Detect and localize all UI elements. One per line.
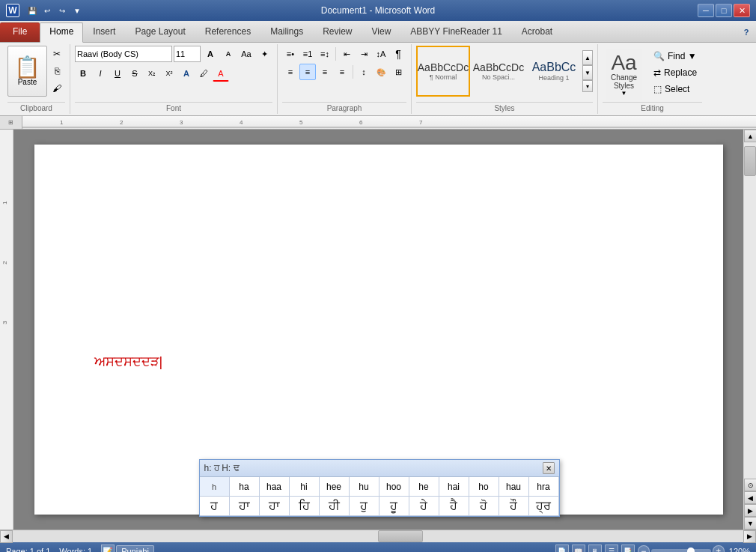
ime-latin-hai[interactable]: hai	[439, 477, 469, 497]
view-normal-icon[interactable]: 📄	[555, 545, 569, 552]
numbering-btn[interactable]: ≡1	[299, 46, 316, 62]
document-area[interactable]: ਅਸਦਸਦਦੜ| h: ਹ H: ਢ ✕ h ha haa hi hee hu …	[13, 130, 743, 530]
show-marks-btn[interactable]: ¶	[390, 46, 406, 62]
tab-acrobat[interactable]: Acrobat	[512, 22, 562, 42]
view-reader-icon[interactable]: 📖	[572, 545, 585, 552]
ime-g-ho[interactable]: ਹੋ	[469, 497, 499, 516]
change-case-btn[interactable]: Aa	[238, 46, 254, 62]
ime-g-hi[interactable]: ਹਿ	[290, 497, 320, 516]
qa-redo-btn[interactable]: ↪	[55, 4, 69, 17]
ime-g-he[interactable]: ਹੇ	[409, 497, 439, 516]
browse-object-button[interactable]: ⊙	[744, 479, 756, 491]
ime-g-hu[interactable]: ਹੁ	[350, 497, 379, 516]
styles-scroll-up[interactable]: ▲	[582, 50, 593, 65]
paste-button[interactable]: 📋 Paste	[7, 46, 47, 97]
scroll-up-button[interactable]: ▲	[744, 130, 756, 142]
tab-review[interactable]: Review	[313, 22, 362, 42]
ime-g-haa[interactable]: ਹਾ	[260, 497, 290, 516]
ime-latin-hu[interactable]: hu	[350, 477, 379, 497]
close-button[interactable]: ✕	[734, 4, 750, 17]
copy-button[interactable]: ⎘	[49, 63, 65, 79]
tab-file[interactable]: File	[0, 22, 40, 42]
replace-button[interactable]: ⇄ Replace	[648, 65, 702, 80]
ime-latin-hoo[interactable]: hoo	[379, 477, 409, 497]
tab-view[interactable]: View	[362, 22, 401, 42]
style-no-spacing[interactable]: AaBbCcDc No Spaci...	[472, 46, 525, 97]
zoom-in-button[interactable]: +	[713, 545, 725, 552]
scroll-thumb-vertical[interactable]	[744, 146, 756, 176]
view-draft-icon[interactable]: 📑	[621, 545, 635, 552]
scroll-track-vertical[interactable]	[744, 142, 756, 479]
clear-format-btn[interactable]: ✦	[256, 46, 272, 62]
ime-latin-ha[interactable]: ha	[230, 477, 260, 497]
ime-latin-hee[interactable]: hee	[320, 477, 350, 497]
tab-insert[interactable]: Insert	[83, 22, 125, 42]
superscript-btn[interactable]: X²	[161, 65, 177, 82]
style-heading1[interactable]: AaBbCc Heading 1	[527, 46, 581, 97]
view-outline-icon[interactable]: ☰	[605, 545, 618, 552]
decrease-indent-btn[interactable]: ⇤	[338, 46, 355, 62]
prev-page-button[interactable]: ◀	[744, 491, 756, 504]
align-center-btn[interactable]: ≡	[299, 64, 316, 80]
font-size-input[interactable]	[174, 46, 201, 62]
restore-button[interactable]: □	[716, 4, 732, 17]
ime-g-hee[interactable]: ਹੀ	[320, 497, 350, 516]
text-highlight-btn[interactable]: 🖊	[195, 65, 212, 82]
subscript-btn[interactable]: X₂	[144, 65, 160, 82]
ime-g-hoo[interactable]: ਹੂ	[379, 497, 409, 516]
ime-latin-he[interactable]: he	[409, 477, 439, 497]
font-color-btn[interactable]: A	[213, 65, 229, 82]
scroll-right-button[interactable]: ▶	[743, 530, 756, 543]
ime-g-hai[interactable]: ਹੈ	[439, 497, 469, 516]
ime-g-hra[interactable]: ਹ੍ਰ	[529, 497, 559, 516]
bold-button[interactable]: B	[75, 65, 91, 82]
bullets-btn[interactable]: ≡•	[282, 46, 299, 62]
borders-btn[interactable]: ⊞	[390, 64, 406, 80]
tab-page-layout[interactable]: Page Layout	[125, 22, 195, 42]
ime-g-h[interactable]: ਹ	[200, 497, 230, 516]
qa-save-btn[interactable]: 💾	[25, 4, 39, 17]
ime-latin-hau[interactable]: hau	[499, 477, 529, 497]
sort-btn[interactable]: ↕A	[373, 46, 389, 62]
tab-references[interactable]: References	[195, 22, 260, 42]
align-right-btn[interactable]: ≡	[317, 64, 333, 80]
ime-latin-hi[interactable]: hi	[290, 477, 320, 497]
ruler-corner[interactable]: ⊞	[0, 116, 22, 130]
scroll-thumb-horizontal[interactable]	[378, 530, 423, 542]
zoom-out-button[interactable]: −	[638, 545, 650, 552]
ime-close-button[interactable]: ✕	[543, 462, 555, 474]
find-button[interactable]: 🔍 Find ▼	[648, 49, 702, 64]
font-shrink-btn[interactable]: A	[220, 46, 237, 62]
cut-button[interactable]: ✂	[49, 46, 65, 62]
styles-more[interactable]: ▾	[582, 80, 593, 92]
text-effect-btn[interactable]: A	[178, 65, 195, 82]
format-painter-button[interactable]: 🖌	[49, 80, 65, 97]
qa-more-btn[interactable]: ▼	[70, 4, 84, 17]
tab-mailings[interactable]: Mailings	[260, 22, 313, 42]
ime-latin-hra[interactable]: hra	[529, 477, 559, 497]
line-spacing-btn[interactable]: ↕	[356, 64, 372, 80]
tab-abbyy[interactable]: ABBYY FineReader 11	[400, 22, 512, 42]
zoom-slider[interactable]	[651, 549, 711, 552]
language-button[interactable]: Punjabi	[116, 545, 154, 552]
italic-button[interactable]: I	[92, 65, 109, 82]
ime-latin-ho[interactable]: ho	[469, 477, 499, 497]
shading-btn[interactable]: 🎨	[373, 64, 389, 80]
font-name-input[interactable]	[75, 46, 172, 62]
select-button[interactable]: ⬚ Select	[648, 82, 702, 97]
ribbon-help-btn[interactable]: ?	[738, 24, 755, 40]
minimize-button[interactable]: ─	[698, 4, 714, 17]
zoom-thumb[interactable]	[687, 548, 695, 552]
ime-g-ha[interactable]: ਹਾ	[230, 497, 260, 516]
view-layout-icon[interactable]: 🖥	[588, 545, 602, 552]
align-left-btn[interactable]: ≡	[282, 64, 299, 80]
scroll-down-button[interactable]: ▼	[744, 517, 756, 530]
multilevel-btn[interactable]: ≡↕	[317, 46, 333, 62]
style-normal[interactable]: AaBbCcDc ¶ Normal	[416, 46, 470, 97]
tab-home[interactable]: Home	[40, 22, 83, 43]
next-page-button[interactable]: ▶	[744, 504, 756, 517]
justify-btn[interactable]: ≡	[334, 64, 350, 80]
change-styles-button[interactable]: Aa ChangeStyles ▼	[606, 49, 642, 100]
ime-latin-h[interactable]: h	[200, 477, 230, 497]
ime-latin-haa[interactable]: haa	[260, 477, 290, 497]
